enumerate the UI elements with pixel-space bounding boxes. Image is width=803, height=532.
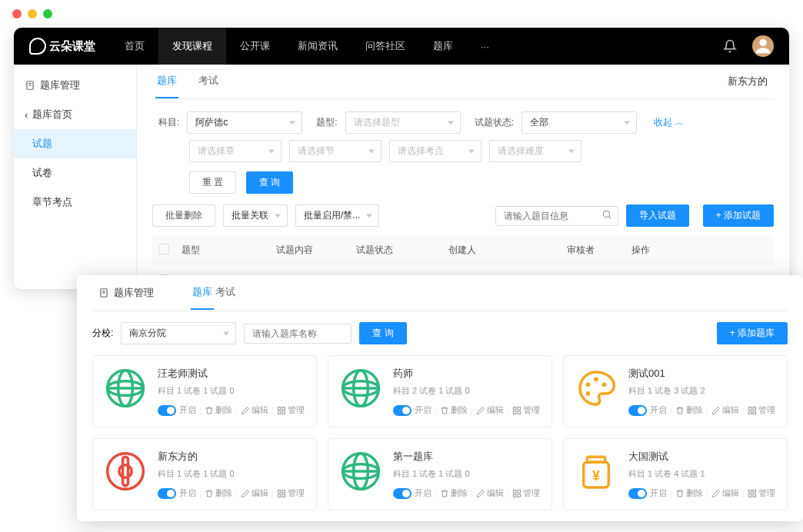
card-manage[interactable]: 管理 — [512, 404, 540, 416]
import-button[interactable]: 导入试题 — [626, 204, 689, 227]
enable-toggle[interactable] — [393, 488, 411, 499]
card-manage[interactable]: 管理 — [748, 487, 775, 499]
bank-card[interactable]: 新东方的 科目 1 试卷 1 试题 0 开启 | 删除 | 编辑 | 管理 — [92, 438, 317, 510]
card-icon — [104, 450, 147, 493]
card-manage[interactable]: 管理 — [512, 487, 540, 499]
nav-qa[interactable]: 问答社区 — [352, 28, 419, 65]
card-manage[interactable]: 管理 — [277, 404, 305, 416]
tab-bank[interactable]: 题库 — [155, 65, 178, 98]
card-meta: 科目 1 试卷 3 试题 2 — [628, 385, 776, 397]
svg-rect-14 — [278, 411, 281, 414]
brand-name: 新东方的 — [728, 75, 771, 88]
card-delete[interactable]: 删除 — [440, 487, 468, 499]
svg-rect-45 — [513, 494, 516, 497]
doc-icon — [98, 288, 109, 298]
w2-query-button[interactable]: 查 询 — [359, 322, 406, 344]
bank-card[interactable]: 测试001 科目 1 试卷 3 试题 2 开启 | 删除 | 编辑 | 管理 — [563, 355, 788, 427]
card-manage[interactable]: 管理 — [277, 487, 305, 499]
query-button[interactable]: 查 询 — [246, 171, 293, 194]
bell-icon[interactable] — [723, 39, 737, 53]
chevron-left-icon: ‹ — [25, 109, 28, 121]
subject-select[interactable]: 阿萨德c — [187, 111, 302, 134]
reset-button[interactable]: 重 置 — [189, 171, 236, 194]
filter-buttons: 重 置 查 询 — [152, 171, 774, 194]
w2-tab-exam[interactable]: 考试 — [214, 276, 237, 310]
logo[interactable]: 云朵课堂 — [29, 38, 95, 55]
point-select[interactable]: 请选择考点 — [389, 140, 481, 162]
nav-discover[interactable]: 发现课程 — [158, 28, 226, 65]
enable-label: 开启 — [179, 487, 196, 499]
nav-bank[interactable]: 题库 — [419, 28, 467, 65]
status-select[interactable]: 全部 — [521, 111, 637, 134]
branch-select[interactable]: 南京分院 — [121, 322, 236, 344]
tab-exam[interactable]: 考试 — [197, 65, 220, 98]
card-edit[interactable]: 编辑 — [711, 404, 739, 416]
card-edit[interactable]: 编辑 — [476, 404, 504, 416]
search-icon[interactable] — [601, 209, 612, 223]
svg-rect-53 — [753, 494, 756, 497]
nav-open-class[interactable]: 公开课 — [226, 28, 284, 65]
svg-rect-43 — [513, 490, 516, 493]
card-delete[interactable]: 删除 — [675, 404, 703, 416]
card-delete[interactable]: 删除 — [205, 404, 232, 416]
nav-home[interactable]: 首页 — [111, 28, 158, 65]
card-edit[interactable]: 编辑 — [711, 487, 739, 499]
add-bank-button[interactable]: + 添加题库 — [717, 322, 788, 344]
select-all-checkbox[interactable] — [158, 244, 169, 254]
card-delete[interactable]: 删除 — [675, 487, 703, 499]
card-title: 大国测试 — [628, 450, 776, 464]
w2-tab-bank[interactable]: 题库 — [191, 276, 214, 310]
svg-rect-22 — [513, 411, 516, 414]
svg-point-25 — [594, 377, 598, 381]
bulk-relate-select[interactable]: 批量关联 — [223, 204, 288, 227]
svg-rect-33 — [123, 457, 128, 485]
sidebar-item-chapters[interactable]: 章节考点 — [14, 188, 136, 217]
sidebar-item-questions[interactable]: 试题 — [14, 129, 136, 158]
svg-rect-37 — [278, 494, 281, 497]
bank-cards: 汪老师测试 科目 1 试卷 1 试题 0 开启 | 删除 | 编辑 | 管理 药… — [92, 355, 788, 510]
card-edit[interactable]: 编辑 — [476, 487, 504, 499]
svg-point-34 — [119, 465, 132, 477]
card-icon — [104, 367, 147, 410]
bank-card[interactable]: 汪老师测试 科目 1 试卷 1 试题 0 开启 | 删除 | 编辑 | 管理 — [92, 355, 317, 427]
card-delete[interactable]: 删除 — [440, 404, 468, 416]
enable-toggle[interactable] — [628, 488, 647, 499]
bulk-enable-select[interactable]: 批量启用/禁... — [295, 204, 379, 227]
enable-toggle[interactable] — [628, 405, 647, 416]
nav-more[interactable]: ··· — [467, 28, 503, 65]
sidebar-item-papers[interactable]: 试卷 — [14, 158, 136, 188]
svg-rect-52 — [748, 494, 751, 497]
bank-card[interactable]: 第一题库 科目 1 试卷 1 试题 0 开启 | 删除 | 编辑 | 管理 — [328, 438, 552, 510]
card-manage[interactable]: 管理 — [748, 404, 775, 416]
section-select[interactable]: 请选择节 — [289, 140, 382, 162]
svg-rect-51 — [753, 490, 756, 493]
svg-rect-15 — [282, 411, 285, 414]
enable-toggle[interactable] — [393, 405, 411, 416]
svg-rect-31 — [753, 411, 756, 414]
bank-card[interactable]: 药师 科目 2 试卷 1 试题 0 开启 | 删除 | 编辑 | 管理 — [328, 355, 552, 427]
bank-card[interactable]: ¥ 大国测试 科目 1 试卷 4 试题 1 开启 | 删除 | 编辑 | 管理 — [563, 438, 788, 510]
enable-toggle[interactable] — [158, 488, 176, 499]
search-input[interactable] — [495, 206, 618, 226]
content-tabs: 题库 考试 新东方的 — [152, 65, 774, 99]
user-avatar[interactable] — [752, 35, 774, 57]
type-select[interactable]: 请选择题型 — [345, 111, 461, 134]
nav-news[interactable]: 新闻资讯 — [284, 28, 352, 65]
difficulty-select[interactable]: 请选择难度 — [489, 140, 581, 162]
card-edit[interactable]: 编辑 — [241, 487, 268, 499]
collapse-toggle[interactable]: 收起 ︿ — [654, 116, 684, 129]
sidebar-back[interactable]: ‹ 题库首页 — [14, 100, 136, 129]
add-question-button[interactable]: + 添加试题 — [703, 204, 774, 227]
card-meta: 科目 2 试卷 1 试题 0 — [393, 385, 541, 397]
bulk-delete-button[interactable]: 批量删除 — [152, 204, 215, 227]
bank-search-input[interactable] — [244, 324, 352, 344]
th-ops: 操作 — [625, 236, 774, 265]
card-edit[interactable]: 编辑 — [241, 404, 268, 416]
enable-label: 开启 — [415, 487, 431, 499]
enable-toggle[interactable] — [158, 405, 176, 416]
chapter-select[interactable]: 请选择章 — [189, 140, 282, 162]
card-ops: 开启 | 删除 | 编辑 | 管理 — [628, 487, 776, 499]
th-reviewer: 审核者 — [561, 236, 625, 265]
card-ops: 开启 | 删除 | 编辑 | 管理 — [158, 404, 305, 416]
card-delete[interactable]: 删除 — [205, 487, 232, 499]
